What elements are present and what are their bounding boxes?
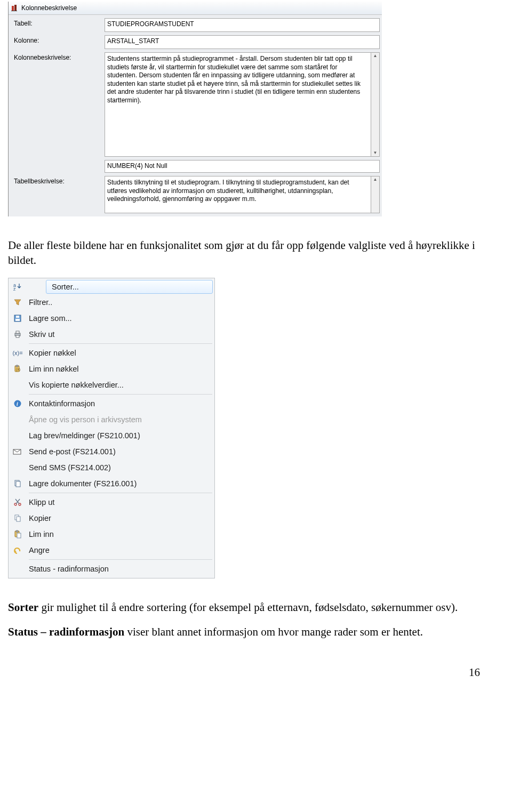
label-tabell: Tabell: xyxy=(14,18,105,27)
label-kolonne: Kolonne: xyxy=(14,35,105,44)
scroll-down-icon[interactable]: ▼ xyxy=(373,151,378,155)
svg-rect-7 xyxy=(16,316,19,318)
paragraph-intro: De aller fleste bildene har en funksjona… xyxy=(8,238,504,268)
label-tabellbeskrivelse: Tabellbeskrivelse: xyxy=(14,176,105,185)
page-number: 16 xyxy=(0,666,480,679)
filter-icon xyxy=(13,298,22,307)
svg-rect-2 xyxy=(11,11,17,11)
svg-rect-12 xyxy=(16,365,18,367)
field-kolonne[interactable]: ARSTALL_START xyxy=(105,35,380,49)
dialog-body: Tabell: STUDIEPROGRAMSTUDENT Kolonne: AR… xyxy=(9,15,382,216)
menu-item-kontaktinformasjon[interactable]: i Kontaktinformasjon xyxy=(9,396,214,412)
copy-icon xyxy=(13,513,22,523)
menu-item-lim-inn[interactable]: Lim inn xyxy=(9,526,214,542)
undo-icon xyxy=(13,545,22,555)
text-sorter-rest: gir mulighet til å endre sortering (for … xyxy=(38,601,458,614)
info-icon: i xyxy=(13,399,22,408)
menu-separator xyxy=(29,343,212,344)
svg-rect-6 xyxy=(15,319,20,321)
menu-item-filtrer[interactable]: Filtrer.. xyxy=(9,294,214,310)
field-datatype[interactable]: NUMBER(4) Not Null xyxy=(105,160,380,173)
svg-text:i: i xyxy=(17,401,18,407)
cut-icon xyxy=(13,497,22,507)
label-kolonnebeskrivelse: Kolonnebeskrivelse: xyxy=(14,52,105,61)
key-paste-icon: (x) xyxy=(13,364,22,374)
bold-sorter: Sorter xyxy=(8,601,38,614)
menu-item-lagre-dokumenter[interactable]: Lagre dokumenter (FS216.001) xyxy=(9,476,214,492)
svg-rect-25 xyxy=(17,533,21,538)
field-kolonnebeskrivelse[interactable]: Studentens starttermin på studieprogramm… xyxy=(105,52,371,157)
svg-text:(x): (x) xyxy=(16,367,20,372)
field-tabell[interactable]: STUDIEPROGRAMSTUDENT xyxy=(105,18,380,32)
menu-item-arkivsystem: Åpne og vis person i arkivsystem xyxy=(9,412,214,428)
svg-rect-1 xyxy=(14,5,17,11)
sort-icon: az xyxy=(13,282,22,291)
documents-icon xyxy=(13,479,22,488)
menu-item-sorter[interactable]: az Sorter... xyxy=(9,278,214,294)
column-description-dialog: Kolonnebeskrivelse Tabell: STUDIEPROGRAM… xyxy=(8,2,382,216)
field-tabellbeskrivelse[interactable]: Students tilknytning til et studieprogra… xyxy=(105,176,371,213)
svg-rect-9 xyxy=(16,331,19,333)
print-icon xyxy=(13,329,22,339)
menu-separator xyxy=(29,394,212,395)
menu-item-lag-brev[interactable]: Lag brev/meldinger (FS210.001) xyxy=(9,428,214,444)
menu-item-angre[interactable]: Angre xyxy=(9,542,214,558)
menu-item-vis-nokkelverdier[interactable]: Vis kopierte nøkkelverdier... xyxy=(9,377,214,393)
paste-icon xyxy=(13,529,22,539)
scroll-up-icon[interactable]: ▲ xyxy=(373,178,378,182)
paragraph-status: Status – radinformasjon viser blant anne… xyxy=(8,624,504,639)
menu-item-lagre-som[interactable]: Lagre som... xyxy=(9,310,214,326)
scroll-up-icon[interactable]: ▲ xyxy=(373,54,378,58)
menu-item-send-sms[interactable]: Send SMS (FS214.002) xyxy=(9,460,214,476)
label-empty xyxy=(14,160,105,162)
svg-rect-24 xyxy=(16,530,18,532)
menu-separator xyxy=(29,493,212,493)
bold-status: Status – radinformasjon xyxy=(8,625,124,638)
menu-item-kopier[interactable]: Kopier xyxy=(9,510,214,526)
svg-rect-18 xyxy=(16,481,20,487)
menu-separator xyxy=(29,559,212,560)
menu-item-lim-inn-nokkel[interactable]: (x) Lim inn nøkkel xyxy=(9,361,214,377)
menu-item-kopier-nokkel[interactable]: (x)= Kopier nøkkel xyxy=(9,345,214,361)
text-status-rest: viser blant annet informasjon om hvor ma… xyxy=(124,625,423,638)
menu-item-klipp-ut[interactable]: Klipp ut xyxy=(9,494,214,510)
scrollbar-2[interactable]: ▲ xyxy=(371,176,380,213)
svg-rect-22 xyxy=(17,517,20,521)
scrollbar[interactable]: ▲ ▼ xyxy=(371,52,380,157)
menu-item-send-epost[interactable]: Send e-post (FS214.001) xyxy=(9,444,214,460)
dialog-titlebar: Kolonnebeskrivelse xyxy=(9,2,382,15)
menu-item-skriv-ut[interactable]: Skriv ut xyxy=(9,326,214,342)
svg-rect-0 xyxy=(12,6,14,11)
key-copy-icon: (x)= xyxy=(13,348,22,358)
svg-text:z: z xyxy=(13,286,16,291)
paragraph-sorter: Sorter gir mulighet til å endre sorterin… xyxy=(8,600,504,615)
mail-icon xyxy=(13,447,22,456)
context-menu: az Sorter... Filtrer.. Lagre som... Skri… xyxy=(8,278,215,578)
save-icon xyxy=(13,313,22,323)
app-icon xyxy=(11,4,19,12)
svg-rect-10 xyxy=(16,335,19,337)
menu-item-status[interactable]: Status - radinformasjon xyxy=(9,561,214,577)
dialog-title: Kolonnebeskrivelse xyxy=(21,4,77,12)
